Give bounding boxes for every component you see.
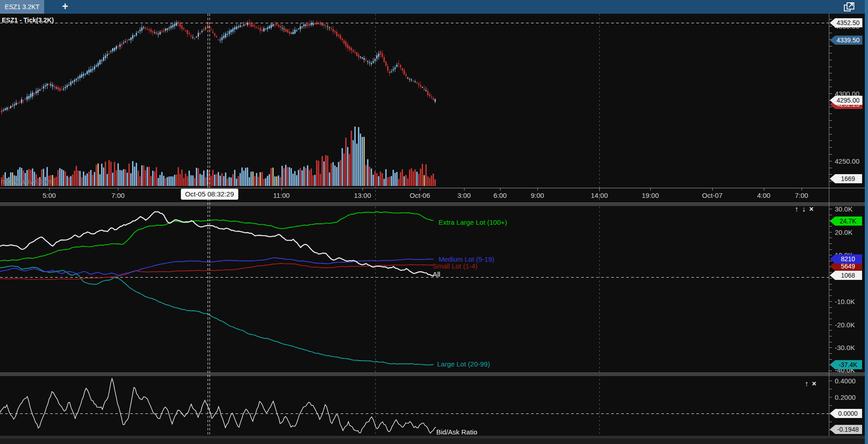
close-panel-icon[interactable]: ×	[812, 380, 816, 388]
delta-axis-tick	[829, 313, 832, 313]
ratio-line	[0, 379, 436, 434]
price-axis-tick	[829, 67, 832, 67]
time-axis-label: 9:00	[531, 191, 544, 199]
ratio-axis-tick	[829, 397, 832, 398]
move-panel-up-icon[interactable]: ↑	[805, 380, 808, 388]
close-panel-icon[interactable]: ×	[809, 205, 813, 213]
delta-axis-tick	[829, 243, 832, 244]
tab-esz1[interactable]: ESZ1 3.2KT	[0, 0, 44, 14]
price-axis-tick	[829, 60, 832, 60]
time-axis-label: 6:00	[493, 191, 506, 199]
delta-axis-tick	[829, 347, 832, 348]
series-label: All	[433, 270, 440, 278]
time-axis-tick	[281, 188, 282, 191]
delta-axis-label: 20.0K	[835, 228, 853, 236]
time-axis-label: 14:00	[591, 191, 608, 199]
time-axis-tick	[599, 188, 600, 191]
delta-axis-label: 30.0K	[835, 205, 853, 213]
delta-axis-label: -20.0K	[835, 321, 855, 329]
time-axis-tick	[363, 188, 363, 191]
delta-axis-tick	[829, 342, 832, 342]
delta-axis-label: -30.0K	[835, 344, 855, 351]
time-axis-tick	[500, 188, 500, 191]
time-axis-tick	[650, 188, 651, 191]
price-axis-tick	[829, 147, 832, 148]
delta-axis-tick	[829, 272, 832, 273]
price-axis-tick	[829, 73, 832, 73]
price-axis-tick	[829, 168, 832, 168]
delta-axis-tag: 8210	[830, 254, 862, 263]
delta-axis-tick	[829, 371, 832, 371]
volume-bars	[1, 127, 436, 186]
time-axis-label: Oct-07	[702, 191, 722, 199]
time-axis-label: 5:00	[42, 191, 56, 199]
tab-bar: ESZ1 3.2KT +	[0, 0, 868, 14]
delta-axis-tick	[829, 289, 832, 290]
ratio-axis-tick	[829, 389, 832, 389]
move-panel-up-icon[interactable]: ↑	[795, 205, 798, 213]
series-line-extra	[0, 212, 434, 261]
delta-axis-tick	[829, 295, 832, 296]
price-axis-line	[829, 14, 829, 436]
delta-axis-tick	[829, 353, 832, 354]
delta-axis-tick	[829, 336, 832, 336]
ratio-series-label: Bid/Ask Ratio	[436, 428, 477, 436]
ratio-chart-canvas[interactable]	[0, 376, 829, 436]
price-axis-tag: 4352.50	[830, 18, 863, 27]
delta-axis-tick	[829, 359, 832, 360]
series-line-large	[0, 266, 434, 365]
price-chart-canvas[interactable]	[0, 14, 829, 188]
price-axis-tick	[829, 154, 832, 155]
delta-axis-tick	[829, 261, 832, 261]
trading-app-window: ESZ1 3.2KT + ESZ1 - Tick(3.2K) motivewav…	[0, 0, 868, 444]
delta-axis-tag: 1068	[830, 271, 862, 280]
delta-axis-tick	[829, 255, 832, 255]
popout-icon[interactable]	[842, 1, 856, 12]
ratio-panel-controls: ↑×	[805, 380, 816, 388]
delta-axis-tick	[829, 278, 832, 279]
time-axis-tick	[712, 188, 713, 191]
price-axis-tag: 4339.50	[830, 36, 863, 45]
time-axis-label: 7:00	[795, 191, 808, 199]
delta-axis-tick	[829, 209, 832, 209]
move-panel-down-icon[interactable]: ↓	[802, 205, 806, 213]
price-axis-tick	[829, 33, 832, 33]
time-axis-label: 4:00	[757, 191, 770, 199]
series-label: Extra Large Lot (100+)	[439, 218, 507, 226]
price-axis-tag: 1669	[830, 174, 862, 183]
delta-axis-tag: -37.4K	[830, 360, 862, 369]
delta-panel-controls: ↑↓×	[795, 205, 813, 213]
add-tab-button[interactable]: +	[59, 0, 71, 14]
crosshair-vertical-line	[208, 14, 208, 436]
time-axis-tick	[118, 188, 118, 191]
time-axis-label: 11:00	[273, 191, 290, 199]
delta-chart-canvas[interactable]	[0, 206, 829, 373]
time-axis-label: 7:00	[111, 191, 124, 199]
crosshair-vertical-line	[209, 14, 210, 436]
horizontal-scrollbar[interactable]	[0, 439, 865, 444]
delta-axis-tick	[829, 249, 832, 250]
price-axis-tick	[829, 114, 832, 114]
chart-title: ESZ1 - Tick(3.2K)	[2, 16, 54, 24]
price-axis-tick	[829, 181, 832, 181]
ratio-axis-tick	[829, 422, 832, 422]
series-label: Large Lot (20-99)	[437, 360, 490, 368]
watermark: motivewave.com	[1, 177, 52, 185]
delta-axis-tick	[829, 330, 832, 330]
delta-axis-tick	[829, 215, 832, 215]
price-axis-tick	[829, 174, 832, 175]
price-axis-tick	[829, 19, 832, 20]
price-axis-tick	[829, 107, 832, 107]
time-axis-label: 19:00	[642, 191, 659, 199]
price-axis-tick	[829, 127, 832, 128]
time-axis-label: Oct-06	[409, 191, 430, 199]
panel-splitter[interactable]	[0, 202, 865, 206]
delta-axis-tick	[829, 232, 832, 232]
ratio-axis-tick	[829, 381, 832, 381]
price-axis-tick	[829, 87, 832, 87]
price-axis-tick	[829, 161, 832, 161]
panel-splitter[interactable]	[0, 372, 865, 376]
time-axis-tick	[49, 188, 50, 191]
price-axis-tick	[829, 120, 832, 121]
time-axis-tick	[537, 188, 538, 191]
